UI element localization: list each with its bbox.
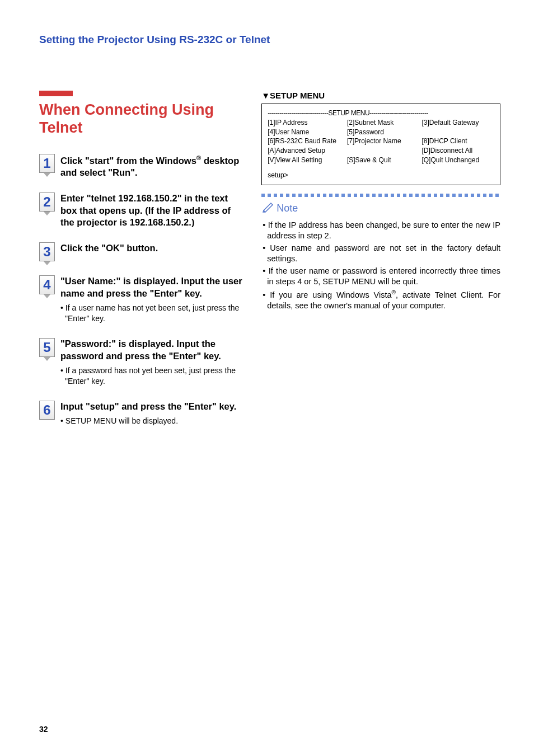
step-2-text: Enter "telnet 192.168.150.2" in the text… [60,192,245,228]
step-3-text: Click the "OK" button. [60,242,245,254]
note-label: Note [263,201,500,215]
menu-save-quit: [S]Save & Quit [347,156,422,165]
note-item-2: • User name and password are not set in … [261,243,500,265]
setup-menu-box: -------------------------------SETUP MEN… [261,104,500,185]
step-2: 2 Enter "telnet 192.168.150.2" in the te… [39,192,245,228]
menu-dhcp-client: [8]DHCP Client [421,137,494,146]
step-4: 4 "User Name:" is displayed. Input the u… [39,275,245,324]
step-6: 6 Input "setup" and press the "Enter" ke… [39,401,245,426]
setup-menu-label: ▼SETUP MENU [261,91,500,100]
step-4-sub: • If a user name has not yet been set, j… [60,303,245,324]
section-accent-bar [39,91,73,96]
step-number-3: 3 [39,242,55,261]
menu-disconnect-all: [D]Disconnect All [421,146,494,156]
left-column: When Connecting Using Telnet 1 Click "st… [39,91,245,440]
main-columns: When Connecting Using Telnet 1 Click "st… [39,91,500,440]
menu-password: [5]Password [347,128,422,137]
right-column: ▼SETUP MENU ----------------------------… [261,91,500,440]
menu-baud-rate: [6]RS-232C Baud Rate [268,137,347,146]
step-number-2: 2 [39,192,55,212]
registered-icon: ® [392,289,396,295]
triangle-down-icon: ▼ [261,91,270,100]
setup-prompt: setup> [268,171,494,180]
section-title: When Connecting Using Telnet [39,101,245,137]
menu-ip-address: [1]IP Address [268,118,347,128]
step-5: 5 "Password:" is displayed. Input the pa… [39,338,245,387]
step-number-5: 5 [39,338,55,357]
step-1: 1 Click "start" from the Windows® deskto… [39,154,245,179]
step-number-4: 4 [39,275,55,294]
step-6-sub: • SETUP MENU will be displayed. [60,416,245,426]
step-4-text: "User Name:" is displayed. Input the use… [60,275,245,299]
page-number: 32 [39,725,48,734]
menu-user-name: [4]User Name [268,128,347,137]
note-item-1: • If the IP address has been changed, be… [261,220,500,242]
note-divider [261,194,500,197]
note-list: • If the IP address has been changed, be… [261,220,500,312]
note-item-3: • If the user name or password is entere… [261,266,500,288]
pencil-icon [263,201,275,215]
step-3: 3 Click the "OK" button. [39,242,245,261]
step-number-1: 1 [39,154,55,173]
menu-projector-name: [7]Projector Name [347,137,422,146]
menu-default-gateway: [3]Default Gateway [421,118,494,128]
step-number-6: 6 [39,401,55,420]
step-6-text: Input "setup" and press the "Enter" key. [60,401,245,412]
menu-view-all: [V]View All Setting [268,156,347,165]
step-5-text: "Password:" is displayed. Input the pass… [60,338,245,362]
note-item-4: • If you are using Windows Vista®, activ… [261,289,500,312]
step-1-text: Click "start" from the Windows® desktop … [60,154,245,179]
step-5-sub: • If a password has not yet been set, ju… [60,365,245,387]
menu-subnet-mask: [2]Subnet Mask [347,118,422,128]
menu-quit-unchanged: [Q]Quit Unchanged [421,156,494,165]
menu-advanced-setup: [A]Advanced Setup [268,146,347,156]
header-title: Setting the Projector Using RS-232C or T… [39,34,500,46]
